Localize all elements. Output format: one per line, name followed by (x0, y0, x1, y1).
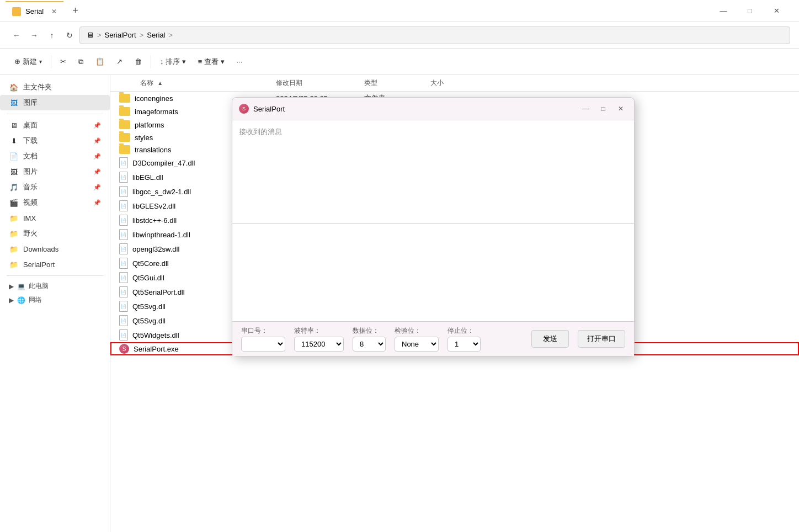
send-btn[interactable]: 发送 (531, 330, 569, 348)
window-maximize-btn[interactable]: □ (737, 2, 763, 20)
col-header-name[interactable]: 名称 ▲ (110, 78, 276, 88)
dll-icon: 📄 (119, 315, 128, 326)
sidebar-item-pics[interactable]: 🖼 图片 📌 (0, 164, 110, 179)
title-bar: Serial ✕ + — □ ✕ (0, 0, 799, 22)
yehuo-folder-icon: 📁 (9, 228, 19, 238)
send-area[interactable] (232, 224, 634, 322)
stopbits-select[interactable]: 1 (448, 337, 481, 352)
breadcrumb-monitor-icon: 🖥 (87, 31, 94, 39)
forward-btn[interactable]: → (26, 28, 42, 43)
received-message-area[interactable]: 接收到的消息 (232, 120, 634, 224)
sidebar-item-imx[interactable]: 📁 IMX (0, 210, 110, 226)
port-label: 串口号： (241, 326, 285, 336)
videos-icon: 🎬 (9, 198, 19, 208)
sidebar-item-music[interactable]: 🎵 音乐 📌 (0, 179, 110, 195)
up-btn[interactable]: ↑ (44, 28, 60, 43)
stopbits-field: 停止位： 1 (448, 326, 481, 352)
sidebar-item-desktop[interactable]: 🖥 桌面 📌 (0, 118, 110, 133)
pin-icon-6: 📌 (93, 199, 101, 206)
back-btn[interactable]: ← (9, 28, 24, 43)
delete-btn[interactable]: 🗑 (129, 55, 147, 68)
databits-field: 数据位： 8 (353, 326, 386, 352)
window-minimize-btn[interactable]: — (711, 2, 736, 20)
parity-select[interactable]: None (395, 337, 439, 352)
sort-btn[interactable]: ↕ 排序 ▾ (155, 55, 191, 69)
toolbar-divider-1 (51, 55, 51, 68)
dll-icon: 📄 (119, 272, 128, 283)
dialog-title-bar: S SerialPort — □ ✕ (232, 98, 634, 120)
sidebar-item-videos[interactable]: 🎬 视频 📌 (0, 195, 110, 210)
pin-icon: 📌 (93, 122, 101, 129)
col-header-size[interactable]: 大小 (430, 78, 486, 88)
home-icon: 🏠 (9, 82, 19, 92)
sidebar: 🏠 主文件夹 🖼 图库 🖥 桌面 📌 ⬇ 下载 📌 📄 文档 📌 🖼 图片 📌 (0, 75, 110, 532)
dialog-footer: 串口号： 波特率： 115200 数据位： (232, 322, 634, 356)
sidebar-item-home[interactable]: 🏠 主文件夹 (0, 79, 110, 95)
network-icon: 🌐 (17, 296, 25, 304)
pin-icon-5: 📌 (93, 184, 101, 191)
refresh-btn[interactable]: ↻ (62, 28, 77, 43)
paste-btn[interactable]: 📋 (90, 55, 110, 68)
sidebar-divider-1 (7, 114, 103, 114)
new-tab-btn[interactable]: + (68, 5, 83, 17)
dialog-title: SerialPort (253, 105, 574, 113)
dialog-minimize-btn[interactable]: — (579, 102, 592, 115)
dll-icon: 📄 (119, 286, 128, 297)
dll-icon: 📄 (119, 172, 128, 183)
gallery-icon: 🖼 (9, 98, 19, 108)
share-btn[interactable]: ↗ (111, 55, 128, 68)
pics-icon: 🖼 (9, 167, 19, 177)
port-field: 串口号： (241, 326, 285, 352)
more-btn[interactable]: ··· (231, 55, 248, 68)
sidebar-group-network[interactable]: ▶ 🌐 网络 (0, 293, 110, 307)
sidebar-item-yehuo[interactable]: 📁 野火 (0, 226, 110, 241)
tab-icon (12, 7, 21, 16)
sidebar-item-gallery[interactable]: 🖼 图库 (0, 95, 110, 110)
sidebar-group-thispc[interactable]: ▶ 💻 此电脑 (0, 279, 110, 293)
sidebar-item-serialport[interactable]: 📁 SerialPort (0, 257, 110, 272)
tab-close-btn[interactable]: ✕ (51, 8, 57, 15)
dialog-maximize-btn[interactable]: □ (596, 102, 610, 115)
downloads-folder-icon: 📁 (9, 244, 19, 254)
sidebar-divider-2 (7, 275, 103, 276)
folder-icon (119, 133, 130, 142)
pin-icon-4: 📌 (93, 168, 101, 175)
folder-icon (119, 120, 130, 129)
download-icon: ⬇ (9, 136, 19, 146)
thispc-icon: 💻 (17, 283, 25, 290)
pin-icon-2: 📌 (93, 137, 101, 145)
port-select[interactable] (241, 337, 285, 352)
col-header-date[interactable]: 修改日期 (276, 78, 364, 88)
dll-icon: 📄 (119, 301, 128, 312)
cut-btn[interactable]: ✂ (55, 55, 72, 68)
music-icon: 🎵 (9, 182, 19, 192)
copy-btn[interactable]: ⧉ (73, 55, 89, 68)
view-btn[interactable]: ≡ 查看 ▾ (193, 55, 230, 69)
dll-icon: 📄 (119, 229, 128, 240)
window-close-btn[interactable]: ✕ (764, 2, 789, 20)
sidebar-item-docs[interactable]: 📄 文档 📌 (0, 148, 110, 164)
new-icon: ⊕ (14, 57, 20, 66)
main-container: 🏠 主文件夹 🖼 图库 🖥 桌面 📌 ⬇ 下载 📌 📄 文档 📌 🖼 图片 📌 (0, 75, 799, 532)
dll-icon: 📄 (119, 243, 128, 254)
folder-icon (119, 107, 130, 116)
databits-select[interactable]: 8 (353, 337, 386, 352)
baudrate-select[interactable]: 115200 (294, 337, 344, 352)
open-port-btn[interactable]: 打开串口 (578, 330, 625, 348)
sidebar-item-download[interactable]: ⬇ 下载 📌 (0, 133, 110, 148)
exe-icon: S (119, 344, 129, 354)
dll-icon: 📄 (119, 329, 128, 341)
dll-icon: 📄 (119, 258, 128, 269)
sidebar-item-downloads[interactable]: 📁 Downloads (0, 241, 110, 257)
received-label: 接收到的消息 (239, 127, 282, 136)
dialog-close-btn[interactable]: ✕ (614, 102, 627, 115)
breadcrumb-serialport[interactable]: SerialPort (105, 31, 136, 39)
col-header-type[interactable]: 类型 (364, 78, 430, 88)
breadcrumb-serial[interactable]: Serial (147, 31, 165, 39)
baudrate-label: 波特率： (294, 326, 344, 336)
toolbar: ⊕ ⊕ 新建 新建 ▾ ✂ ⧉ 📋 ↗ 🗑 ↕ 排序 ▾ ≡ 查看 ▾ ··· (0, 49, 799, 75)
active-tab[interactable]: Serial ✕ (6, 1, 63, 21)
parity-label: 检验位： (395, 326, 439, 336)
new-btn[interactable]: ⊕ ⊕ 新建 新建 ▾ (9, 55, 47, 69)
dialog-body: 接收到的消息 串口号： 波特率： (232, 120, 634, 356)
